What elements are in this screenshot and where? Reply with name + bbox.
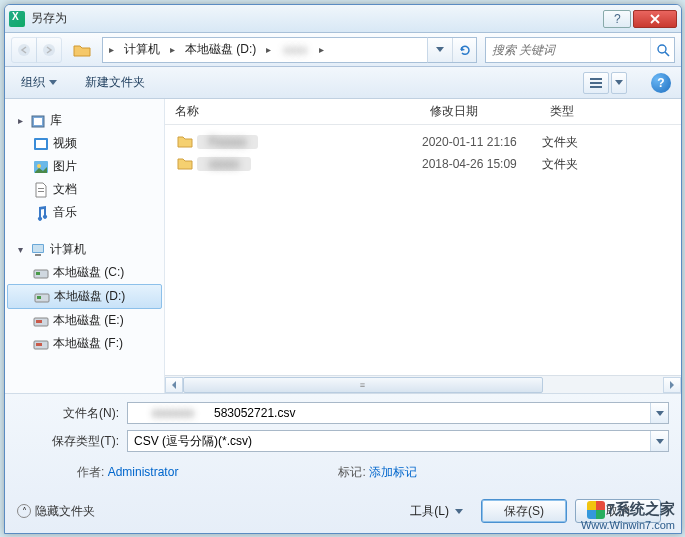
svg-rect-24 (36, 320, 42, 323)
titlebar: 另存为 ? (5, 5, 681, 33)
svg-point-3 (658, 45, 666, 53)
tags-field: 标记: 添加标记 (338, 464, 417, 481)
file-type: 文件夹 (542, 156, 675, 173)
library-icon (30, 113, 46, 129)
svg-rect-20 (36, 272, 40, 275)
drive-icon (33, 313, 49, 329)
file-name: xxxxx (197, 157, 422, 171)
svg-rect-7 (590, 86, 602, 88)
svg-rect-18 (35, 254, 41, 256)
svg-rect-6 (590, 82, 602, 84)
document-icon (33, 182, 49, 198)
filename-combobox[interactable]: xxxxxxx583052721.csv (127, 402, 669, 424)
breadcrumb-item[interactable]: 计算机 (118, 38, 166, 62)
search-box[interactable] (485, 37, 675, 63)
column-headers: 名称 修改日期 类型 (165, 99, 681, 125)
svg-rect-22 (37, 296, 41, 299)
file-date: 2018-04-26 15:09 (422, 157, 542, 171)
chevron-right-icon: ▸ (105, 44, 118, 55)
new-folder-button[interactable]: 新建文件夹 (79, 72, 151, 93)
svg-text:?: ? (614, 14, 621, 24)
sidebar-item-videos[interactable]: 视频 (5, 132, 164, 155)
scroll-right-button[interactable] (663, 377, 681, 393)
svg-point-1 (18, 44, 30, 56)
horizontal-scrollbar[interactable]: ≡ (165, 375, 681, 393)
filename-label: 文件名(N): (17, 405, 127, 422)
svg-rect-17 (33, 245, 43, 252)
save-as-dialog: 另存为 ? ▸ 计算机 ▸ 本地磁盘 (D:) ▸ xxxx ▸ (4, 4, 682, 534)
sidebar-item-pictures[interactable]: 图片 (5, 155, 164, 178)
column-type[interactable]: 类型 (540, 103, 681, 120)
organize-button[interactable]: 组织 (15, 72, 63, 93)
sidebar-item-documents[interactable]: 文档 (5, 178, 164, 201)
view-dropdown[interactable] (611, 72, 627, 94)
filetype-value (128, 434, 650, 448)
refresh-button[interactable] (452, 38, 476, 62)
navigation-bar: ▸ 计算机 ▸ 本地磁盘 (D:) ▸ xxxx ▸ (5, 33, 681, 67)
close-button[interactable] (633, 10, 677, 28)
svg-rect-14 (38, 188, 44, 189)
scroll-thumb[interactable]: ≡ (183, 377, 543, 393)
sidebar-drive-e[interactable]: 本地磁盘 (E:) (5, 309, 164, 332)
svg-point-2 (43, 44, 55, 56)
main-area: ▸库 视频 图片 文档 音乐 ▾计算机 本地磁盘 (C:) 本地磁盘 (D:) … (5, 99, 681, 394)
chevron-right-icon: ▸ (315, 44, 328, 55)
svg-rect-11 (36, 140, 46, 148)
file-name: Fxxxxx (197, 135, 422, 149)
back-button[interactable] (11, 37, 37, 63)
tools-menu[interactable]: 工具(L) (400, 500, 473, 523)
svg-rect-26 (36, 343, 42, 346)
chevron-down-icon[interactable] (650, 431, 668, 451)
folder-icon (177, 134, 197, 151)
svg-rect-9 (34, 118, 42, 125)
excel-icon (9, 11, 25, 27)
chevron-right-icon: ▸ (262, 44, 275, 55)
window-title: 另存为 (31, 10, 601, 27)
expand-icon: ˄ (17, 504, 31, 518)
save-button[interactable]: 保存(S) (481, 499, 567, 523)
toolbar: 组织 新建文件夹 ? (5, 67, 681, 99)
tags-value[interactable]: 添加标记 (369, 465, 417, 479)
breadcrumb[interactable]: ▸ 计算机 ▸ 本地磁盘 (D:) ▸ xxxx ▸ (102, 37, 427, 63)
hide-folders-toggle[interactable]: ˄隐藏文件夹 (17, 503, 95, 520)
sidebar-library[interactable]: ▸库 (5, 109, 164, 132)
sidebar-drive-f[interactable]: 本地磁盘 (F:) (5, 332, 164, 355)
help-icon[interactable]: ? (651, 73, 671, 93)
drive-icon (33, 265, 49, 281)
chevron-right-icon: ▸ (166, 44, 179, 55)
column-date[interactable]: 修改日期 (420, 103, 540, 120)
breadcrumb-item-hidden[interactable]: xxxx (275, 43, 315, 57)
sidebar-computer[interactable]: ▾计算机 (5, 238, 164, 261)
cancel-button[interactable]: 取消 (575, 499, 661, 523)
filetype-combobox[interactable] (127, 430, 669, 452)
music-icon (33, 205, 49, 221)
svg-rect-5 (590, 78, 602, 80)
folder-icon (177, 156, 197, 173)
filetype-label: 保存类型(T): (17, 433, 127, 450)
file-list-pane: 名称 修改日期 类型 Fxxxxx 2020-01-11 21:16 文件夹 x… (165, 99, 681, 393)
file-list[interactable]: Fxxxxx 2020-01-11 21:16 文件夹 xxxxx 2018-0… (165, 125, 681, 375)
sidebar-drive-c[interactable]: 本地磁盘 (C:) (5, 261, 164, 284)
chevron-down-icon[interactable] (650, 403, 668, 423)
file-type: 文件夹 (542, 134, 675, 151)
sidebar-drive-d[interactable]: 本地磁盘 (D:) (7, 284, 162, 309)
svg-point-13 (37, 164, 41, 168)
forward-button[interactable] (36, 37, 62, 63)
author-value[interactable]: Administrator (108, 465, 179, 479)
help-button[interactable]: ? (603, 10, 631, 28)
sidebar-item-music[interactable]: 音乐 (5, 201, 164, 224)
search-input[interactable] (486, 43, 650, 57)
computer-icon (30, 242, 46, 258)
breadcrumb-item[interactable]: 本地磁盘 (D:) (179, 38, 262, 62)
column-name[interactable]: 名称 (165, 103, 420, 120)
file-date: 2020-01-11 21:16 (422, 135, 542, 149)
sidebar: ▸库 视频 图片 文档 音乐 ▾计算机 本地磁盘 (C:) 本地磁盘 (D:) … (5, 99, 165, 393)
scroll-left-button[interactable] (165, 377, 183, 393)
author-field: 作者: Administrator (77, 464, 178, 481)
search-icon[interactable] (650, 38, 674, 62)
view-mode-button[interactable] (583, 72, 609, 94)
folder-up-icon (70, 39, 94, 61)
list-item[interactable]: Fxxxxx 2020-01-11 21:16 文件夹 (165, 131, 681, 153)
breadcrumb-dropdown[interactable] (428, 38, 452, 62)
list-item[interactable]: xxxxx 2018-04-26 15:09 文件夹 (165, 153, 681, 175)
